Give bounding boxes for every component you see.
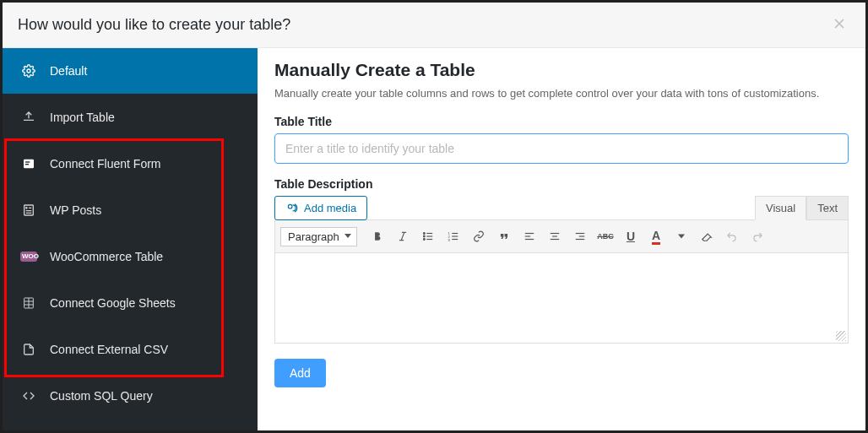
numbered-list-button[interactable]: 123	[442, 225, 465, 248]
align-center-icon	[549, 230, 561, 242]
sidebar: Default Import Table Connect Fluent Form…	[3, 48, 258, 430]
text-color-dropdown[interactable]	[670, 225, 693, 248]
sidebar-item-label: Connect Google Sheets	[50, 296, 176, 310]
quote-button[interactable]	[492, 225, 516, 248]
clear-format-button[interactable]	[695, 225, 719, 248]
tab-visual[interactable]: Visual	[755, 196, 806, 220]
quote-icon	[498, 230, 510, 242]
close-icon	[833, 18, 845, 30]
link-icon	[473, 230, 485, 242]
sidebar-item-sql[interactable]: Custom SQL Query	[3, 373, 258, 419]
editor-toolbar: Paragraph 123 ABC U A	[274, 219, 849, 253]
form-icon	[21, 156, 36, 171]
modal-title: How would you like to create your table?	[18, 16, 290, 34]
description-label: Table Description	[274, 177, 849, 191]
format-select[interactable]: Paragraph	[280, 227, 357, 246]
editor-tabs: Visual Text	[755, 196, 849, 220]
sidebar-item-label: Custom SQL Query	[50, 389, 153, 403]
italic-button[interactable]	[391, 225, 415, 248]
numbered-list-icon: 123	[448, 230, 459, 242]
sidebar-item-label: Connect External CSV	[50, 343, 168, 356]
gear-icon	[21, 63, 36, 78]
chevron-down-icon	[678, 233, 685, 240]
editor-header-row: Add media Visual Text	[274, 196, 849, 220]
undo-icon	[726, 230, 738, 242]
posts-icon	[21, 203, 36, 218]
sidebar-item-default[interactable]: Default	[3, 48, 258, 95]
strikethrough-button[interactable]: ABC	[594, 225, 617, 248]
main-panel: Manually Create a Table Manually create …	[258, 48, 865, 430]
text-color-icon: A	[652, 229, 660, 245]
underline-icon: U	[627, 230, 635, 243]
code-icon	[21, 388, 36, 403]
sidebar-item-label: WP Posts	[50, 203, 101, 217]
title-label: Table Title	[274, 115, 849, 128]
undo-button[interactable]	[720, 225, 744, 248]
align-left-button[interactable]	[518, 225, 541, 248]
create-table-modal: How would you like to create your table?…	[0, 0, 868, 433]
bold-icon	[372, 230, 383, 242]
close-button[interactable]	[828, 14, 850, 35]
sidebar-item-label: Default	[50, 64, 87, 78]
align-left-icon	[524, 230, 535, 242]
sidebar-item-label: Import Table	[50, 111, 115, 124]
media-icon	[285, 203, 299, 214]
csv-icon	[21, 342, 36, 357]
redo-icon	[751, 230, 763, 242]
svg-point-11	[423, 233, 425, 235]
sidebar-item-google-sheets[interactable]: Connect Google Sheets	[3, 280, 258, 327]
bold-button[interactable]	[366, 225, 389, 248]
italic-icon	[397, 230, 409, 242]
modal-body: Default Import Table Connect Fluent Form…	[3, 48, 865, 430]
modal-header: How would you like to create your table?	[3, 3, 865, 48]
main-subtitle: Manually create your table columns and r…	[274, 87, 849, 100]
sidebar-item-fluent-form[interactable]: Connect Fluent Form	[3, 141, 258, 187]
svg-line-10	[401, 232, 404, 240]
editor-textarea[interactable]	[274, 253, 849, 344]
resize-handle[interactable]	[836, 331, 846, 341]
sidebar-item-external-csv[interactable]: Connect External CSV	[3, 327, 258, 373]
sidebar-item-woocommerce[interactable]: WOO WooCommerce Table	[3, 234, 258, 280]
svg-rect-3	[25, 164, 29, 165]
redo-button[interactable]	[746, 225, 769, 248]
strikethrough-icon: ABC	[597, 232, 614, 241]
underline-button[interactable]: U	[619, 225, 643, 248]
sidebar-item-label: WooCommerce Table	[50, 250, 163, 263]
woo-icon: WOO	[21, 249, 36, 264]
add-media-button[interactable]: Add media	[274, 196, 367, 220]
sheets-icon	[21, 295, 36, 311]
align-right-icon	[574, 230, 586, 242]
main-title: Manually Create a Table	[274, 60, 849, 80]
sidebar-item-label: Connect Fluent Form	[50, 157, 161, 170]
svg-text:3: 3	[448, 238, 451, 242]
link-button[interactable]	[467, 225, 491, 248]
svg-point-12	[423, 235, 425, 237]
bullet-list-button[interactable]	[416, 225, 440, 248]
add-button[interactable]: Add	[274, 359, 326, 387]
upload-icon	[21, 110, 36, 125]
align-center-button[interactable]	[543, 225, 567, 248]
svg-point-13	[423, 239, 425, 241]
add-media-label: Add media	[304, 202, 356, 214]
eraser-icon	[701, 230, 713, 242]
sidebar-item-wp-posts[interactable]: WP Posts	[3, 187, 258, 234]
bullet-list-icon	[422, 230, 434, 242]
table-title-input[interactable]	[274, 133, 849, 164]
sidebar-item-import[interactable]: Import Table	[3, 95, 258, 141]
align-right-button[interactable]	[568, 225, 592, 248]
svg-point-5	[26, 208, 27, 208]
svg-rect-2	[25, 161, 30, 162]
tab-text[interactable]: Text	[806, 196, 849, 220]
svg-point-7	[288, 204, 292, 208]
svg-point-0	[27, 69, 30, 73]
text-color-button[interactable]: A	[644, 225, 668, 248]
